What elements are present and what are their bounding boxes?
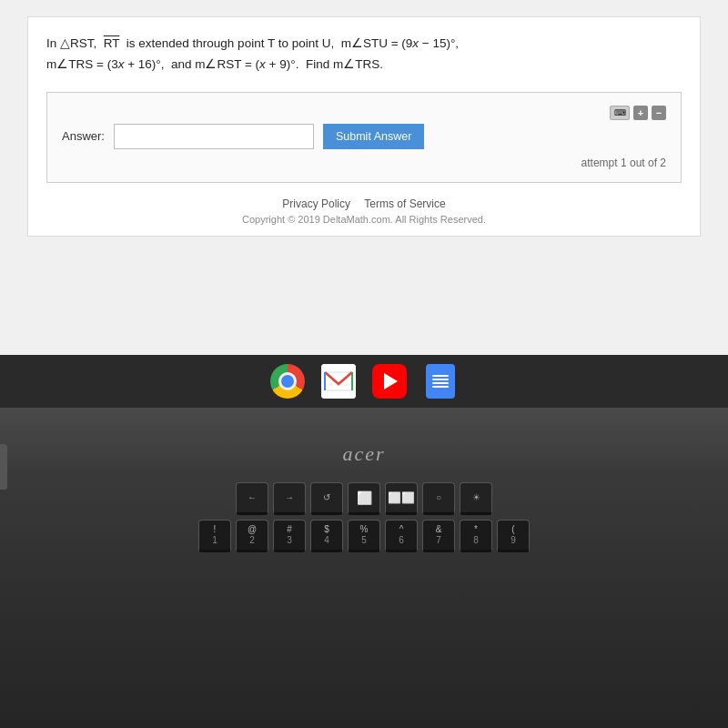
submit-button[interactable]: Submit Answer	[323, 124, 424, 149]
key-at[interactable]: @ 2	[236, 520, 268, 552]
key-windows[interactable]: ⬜⬜	[385, 482, 418, 515]
brand-name: acer	[342, 442, 385, 466]
key-brightness-down[interactable]: ○	[422, 482, 455, 515]
screen-area: In △RST, RT is extended through point T …	[0, 0, 728, 355]
keyboard: ← → ↺ ⬜ ⬜⬜ ○ ☀ ! 1 @ 2 # 3 $ 4	[9, 482, 719, 557]
youtube-play-icon	[384, 373, 398, 389]
web-content: In △RST, RT is extended through point T …	[27, 16, 701, 237]
key-ampersand[interactable]: & 7	[422, 520, 455, 552]
keyboard-row-numbers: ! 1 @ 2 # 3 $ 4 % 5 ^ 6	[9, 520, 719, 552]
answer-box: ⌨ + − Answer: Submit Answer attempt 1 ou…	[46, 92, 682, 183]
privacy-policy-link[interactable]: Privacy Policy	[282, 197, 350, 210]
key-exclaim[interactable]: ! 1	[198, 520, 231, 552]
laptop-body: acer ← → ↺ ⬜ ⬜⬜ ○ ☀ ! 1 @ 2 # 3	[0, 408, 728, 728]
icon-row: ⌨ + −	[62, 106, 666, 120]
problem-line1: In △RST, RT is extended through point T …	[46, 34, 682, 55]
zoom-out-icon[interactable]: −	[652, 106, 666, 120]
docs-line-2	[432, 379, 449, 380]
youtube-icon[interactable]	[372, 364, 407, 399]
key-percent[interactable]: % 5	[348, 520, 380, 552]
taskbar	[0, 355, 728, 408]
docs-line-1	[432, 375, 449, 377]
answer-input[interactable]	[114, 124, 314, 149]
answer-row: Answer: Submit Answer	[62, 124, 666, 149]
key-refresh[interactable]: ↺	[310, 482, 343, 515]
key-fullscreen[interactable]: ⬜	[348, 482, 380, 515]
gmail-icon[interactable]	[321, 364, 356, 399]
keyboard-row-fn: ← → ↺ ⬜ ⬜⬜ ○ ☀	[9, 482, 719, 515]
attempt-text: attempt 1 out of 2	[62, 157, 666, 169]
side-button[interactable]	[0, 444, 7, 490]
key-star[interactable]: * 8	[460, 520, 492, 552]
terms-of-service-link[interactable]: Terms of Service	[364, 197, 445, 210]
key-caret[interactable]: ^ 6	[385, 520, 418, 552]
keyboard-icon[interactable]: ⌨	[610, 106, 630, 120]
docs-line-3	[432, 382, 449, 384]
footer-links: Privacy Policy Terms of Service	[46, 197, 682, 210]
copyright-text: Copyright © 2019 DeltaMath.com. All Righ…	[46, 214, 682, 225]
problem-line2: m∠TRS = (3x + 16)°, and m∠RST = (x + 9)°…	[46, 55, 682, 76]
key-forward[interactable]: →	[273, 482, 306, 515]
key-brightness-up[interactable]: ☀	[460, 482, 492, 515]
zoom-in-icon[interactable]: +	[633, 106, 648, 120]
key-back[interactable]: ←	[236, 482, 268, 515]
problem-text: In △RST, RT is extended through point T …	[46, 34, 682, 76]
key-hash[interactable]: # 3	[273, 520, 306, 552]
key-lparen[interactable]: ( 9	[497, 520, 530, 552]
answer-label: Answer:	[62, 129, 105, 143]
docs-icon[interactable]	[423, 364, 458, 399]
chrome-icon[interactable]	[270, 364, 305, 399]
docs-line-4	[432, 386, 449, 388]
key-dollar[interactable]: $ 4	[310, 520, 343, 552]
